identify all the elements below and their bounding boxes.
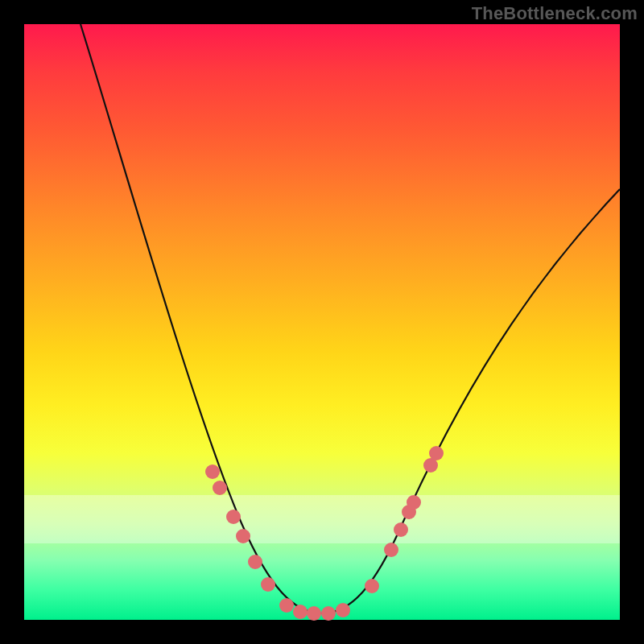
curve-marker: [248, 555, 262, 569]
curve-marker: [336, 603, 350, 617]
curve-marker: [384, 543, 398, 557]
curve-marker: [279, 598, 294, 613]
curve-marker: [394, 522, 408, 537]
chart-stage: TheBottleneck.com: [0, 0, 644, 644]
watermark-text: TheBottleneck.com: [472, 3, 638, 24]
curve-layer: [24, 24, 620, 620]
curve-marker: [321, 606, 336, 621]
bottleneck-curve: [80, 24, 620, 613]
curve-marker: [307, 606, 321, 621]
curve-marker: [213, 481, 227, 495]
curve-marker: [261, 577, 275, 592]
curve-marker: [205, 464, 220, 479]
curve-marker: [365, 579, 379, 593]
curve-marker: [429, 446, 444, 460]
curve-marker: [293, 605, 308, 619]
marker-group: [205, 446, 444, 621]
curve-marker: [226, 510, 241, 524]
curve-marker: [236, 529, 250, 543]
curve-marker: [407, 495, 421, 510]
